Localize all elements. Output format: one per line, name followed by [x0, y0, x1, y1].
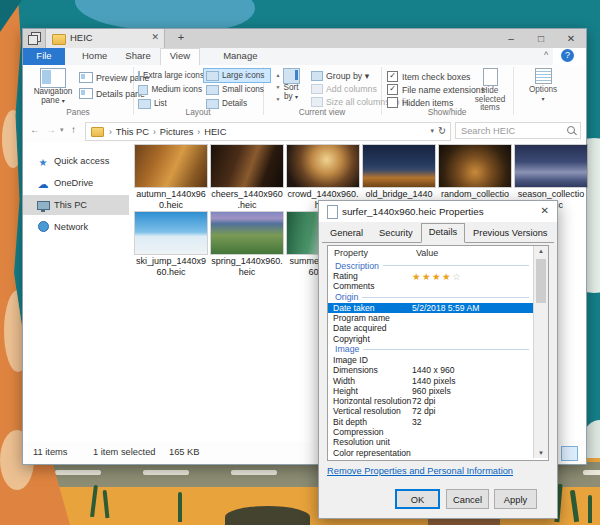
file-item-cheers-1440x960[interactable]: cheers_1440x960.heic: [210, 145, 284, 209]
item-check-boxes-checkbox[interactable]: ✓: [387, 71, 398, 82]
layout-item-medium-icons[interactable]: Medium icons: [135, 82, 203, 97]
group-by-icon: [311, 71, 323, 81]
star-icon[interactable]: ☆: [452, 271, 462, 282]
property-name: Copyright: [328, 334, 412, 344]
layout-item-list[interactable]: List: [135, 96, 203, 111]
property-row-program-name[interactable]: Program name: [328, 313, 533, 323]
ribbon-tab-share[interactable]: Share: [116, 48, 159, 65]
sort-by-button[interactable]: Sort by ▾: [275, 67, 307, 107]
selection-count: 1 item selected: [93, 447, 156, 457]
file-item-spring-1440x960-[interactable]: spring_1440x960.heic: [210, 212, 284, 276]
ribbon-tab-view[interactable]: View: [160, 48, 200, 65]
property-row-comments[interactable]: Comments: [328, 281, 533, 291]
dialog-tab-previous-versions[interactable]: Previous Versions: [465, 225, 555, 242]
forward-icon[interactable]: →: [46, 124, 56, 135]
file-name-extensions-checkbox[interactable]: ✓: [387, 84, 398, 95]
property-row-image-id[interactable]: Image ID: [328, 355, 533, 365]
property-row-height[interactable]: Height960 pixels: [328, 386, 533, 396]
scroll-up-icon[interactable]: ▲: [534, 248, 548, 254]
ribbon-tab-manage[interactable]: Manage: [214, 48, 266, 65]
recent-dropdown-icon[interactable]: ▾: [60, 126, 64, 134]
refresh-icon[interactable]: ↻: [438, 125, 446, 136]
sidebar-item-this-pc[interactable]: This PC: [23, 195, 129, 215]
minimize-button[interactable]: –: [496, 29, 526, 48]
scrollbar[interactable]: ▲ ▼: [533, 246, 548, 458]
layout-item-extra-large-icons[interactable]: Extra large icons: [135, 68, 203, 83]
window-pages-icon[interactable]: [28, 32, 41, 45]
hide-selected-items-icon: [483, 68, 498, 86]
preview-pane-icon: [79, 72, 93, 83]
ok-button[interactable]: OK: [395, 489, 440, 509]
property-row-copyright[interactable]: Copyright: [328, 333, 533, 343]
layout-item-small-icons[interactable]: Small icons: [203, 82, 271, 97]
help-icon[interactable]: ?: [561, 49, 574, 62]
file-name-line1: random_collectio: [432, 189, 518, 200]
search-input[interactable]: [455, 122, 581, 139]
property-row-dimensions[interactable]: Dimensions1440 x 960: [328, 365, 533, 375]
dialog-tab-general[interactable]: General: [322, 225, 371, 242]
new-tab-button[interactable]: +: [173, 31, 189, 46]
maximize-button[interactable]: □: [526, 29, 556, 48]
sidebar-item-network[interactable]: Network: [23, 217, 129, 237]
property-row-compressed-bits-pixel[interactable]: Compressed bits/pixel: [328, 458, 533, 459]
property-row-vertical-resolution[interactable]: Vertical resolution72 dpi: [328, 406, 533, 416]
file-name-line1: crowd_1440x960.: [280, 189, 366, 200]
property-row-rating[interactable]: Rating★★★★☆: [328, 271, 533, 281]
tab-close-icon[interactable]: ✕: [151, 32, 159, 42]
options-button[interactable]: Options ▾: [523, 67, 563, 109]
hidden-items-checkbox[interactable]: [387, 97, 398, 108]
group-label-panes: Panes: [23, 107, 133, 117]
breadcrumb-heic[interactable]: HEIC: [202, 127, 228, 137]
breadcrumb[interactable]: ›This PC›Pictures›HEIC ▾ ↻: [85, 122, 451, 141]
explorer-tab[interactable]: HEIC ✕: [45, 29, 165, 48]
property-row-date-acquired[interactable]: Date acquired: [328, 323, 533, 333]
address-bar: ← → ▾ ↑ ›This PC›Pictures›HEIC ▾ ↻: [23, 119, 586, 143]
dialog-tab-security[interactable]: Security: [371, 225, 421, 242]
star-icon[interactable]: ★: [412, 271, 422, 282]
thumbnail-view-toggle-icon[interactable]: [561, 446, 578, 461]
up-icon[interactable]: ↑: [71, 124, 76, 135]
dialog-close-icon[interactable]: ✕: [541, 205, 549, 216]
star-icon[interactable]: ★: [422, 271, 432, 282]
property-row-width[interactable]: Width1440 pixels: [328, 375, 533, 385]
hide-selected-items-button[interactable]: Hide selected items: [469, 67, 511, 109]
back-icon[interactable]: ←: [30, 124, 40, 135]
layout-item-large-icons[interactable]: Large icons: [203, 68, 271, 83]
ribbon-tab-home[interactable]: Home: [73, 48, 116, 65]
star-icon[interactable]: ★: [432, 271, 442, 282]
scroll-down-icon[interactable]: ▼: [534, 450, 548, 456]
dialog-tab-details[interactable]: Details: [421, 223, 465, 243]
cancel-button[interactable]: Cancel: [446, 489, 489, 509]
address-dropdown-icon[interactable]: ▾: [430, 127, 434, 135]
property-row-compression[interactable]: Compression: [328, 427, 533, 437]
breadcrumb-pictures[interactable]: Pictures: [158, 127, 196, 137]
property-group-origin: Origin: [328, 292, 533, 303]
rating-stars: ★★★★☆: [412, 271, 462, 282]
file-item-autumn-1440x96[interactable]: autumn_1440x960.heic: [134, 145, 208, 209]
file-item-ski-jump-1440x9[interactable]: ski_jump_1440x960.heic: [134, 212, 208, 276]
breadcrumb-this-pc[interactable]: This PC: [114, 127, 151, 137]
property-row-date-taken[interactable]: Date taken5/2/2018 5:59 AM: [328, 303, 533, 313]
scrollbar-thumb[interactable]: [536, 259, 546, 303]
layout-item-details[interactable]: Details: [203, 96, 271, 111]
search-icon[interactable]: [567, 126, 575, 134]
property-row-horizontal-resolution[interactable]: Horizontal resolution72 dpi: [328, 396, 533, 406]
file-name-line1: old_bridge_1440: [356, 189, 442, 200]
remove-properties-link[interactable]: Remove Properties and Personal Informati…: [327, 466, 513, 476]
ribbon-tab-file[interactable]: File: [23, 48, 65, 65]
list-header: Property Value: [328, 246, 533, 259]
close-button[interactable]: ✕: [556, 29, 586, 48]
property-row-bit-depth[interactable]: Bit depth32: [328, 417, 533, 427]
sidebar-item-quick-access[interactable]: ★Quick access: [23, 151, 129, 171]
file-name-line2: 60.heic: [128, 267, 214, 278]
property-name: Image ID: [328, 355, 412, 365]
property-name: Rating: [328, 271, 412, 281]
collapse-ribbon-icon[interactable]: ^: [544, 50, 548, 60]
apply-button[interactable]: Apply: [494, 489, 537, 509]
property-row-color-representation[interactable]: Color representation: [328, 447, 533, 457]
property-row-resolution-unit[interactable]: Resolution unit: [328, 437, 533, 447]
star-icon[interactable]: ★: [442, 271, 452, 282]
property-name: Vertical resolution: [328, 406, 412, 416]
navigation-pane-button[interactable]: Navigation pane ▾: [33, 67, 73, 105]
sidebar-item-onedrive[interactable]: ☁OneDrive: [23, 173, 129, 193]
